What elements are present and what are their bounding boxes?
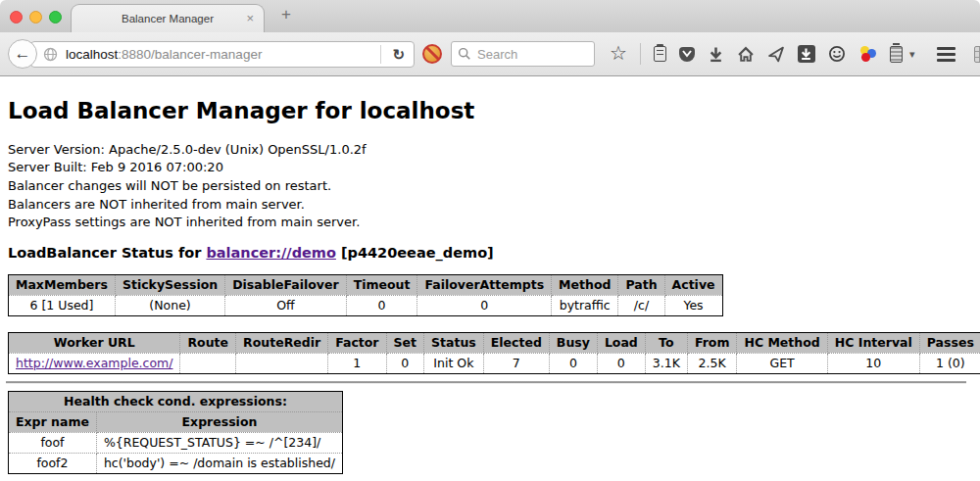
blocked-content-icon[interactable] xyxy=(422,44,442,64)
persist-warning-line: Balancer changes will NOT be persisted o… xyxy=(8,177,972,196)
reading-list-icon[interactable] xyxy=(654,46,666,62)
health-data-row: foof2 hc('body') =~ /domain is establish… xyxy=(9,453,343,473)
menu-icon[interactable] xyxy=(937,47,956,62)
table-cell: 0 xyxy=(386,353,423,373)
fullscreen-window-button[interactable] xyxy=(49,11,62,24)
column-header: Elected xyxy=(483,332,549,353)
tab-groups-icon[interactable] xyxy=(974,46,980,63)
browser-window: Balancer Manager × + ← localhost:8880/ba… xyxy=(0,0,980,481)
table-cell xyxy=(180,353,236,373)
health-header-row: Expr name Expression xyxy=(9,411,343,432)
send-plane-icon[interactable] xyxy=(767,46,785,63)
new-tab-button[interactable]: + xyxy=(274,5,298,24)
tab-balancer-manager[interactable]: Balancer Manager × xyxy=(71,4,265,32)
navigation-toolbar: ← localhost:8880/balancer-manager ↻ ☆ xyxy=(0,32,980,76)
column-header: Path xyxy=(618,274,664,295)
column-header: Expr name xyxy=(9,411,97,432)
downloads-icon[interactable] xyxy=(708,46,724,63)
table-cell: 0 xyxy=(346,295,417,315)
health-data-row: foof %{REQUEST_STATUS} =~ /^[234]/ xyxy=(9,432,343,453)
health-title-row: Health check cond. expressions: xyxy=(9,391,343,411)
column-header: MaxMembers xyxy=(9,274,116,295)
health-check-table: Health check cond. expressions: Expr nam… xyxy=(8,391,343,474)
dropdown-caret-icon[interactable]: ▾ xyxy=(909,48,915,61)
tab-bar: Balancer Manager × + xyxy=(0,0,980,32)
worker-header-row: Worker URL Route RouteRedir Factor Set S… xyxy=(9,332,980,353)
column-header: DisableFailover xyxy=(225,274,346,295)
expression-cell: %{REQUEST_STATUS} =~ /^[234]/ xyxy=(96,432,342,453)
column-header: Factor xyxy=(328,332,386,353)
tab-close-icon[interactable]: × xyxy=(246,11,254,25)
table-cell: (None) xyxy=(115,295,224,315)
home-icon[interactable] xyxy=(737,46,755,63)
url-bar[interactable]: localhost:8880/balancer-manager ↻ xyxy=(30,41,415,68)
table-cell: 10 xyxy=(827,353,919,373)
column-header: Timeout xyxy=(346,274,417,295)
back-arrow-icon: ← xyxy=(15,45,31,62)
column-header: Load xyxy=(597,332,645,353)
loadbalancer-status-heading: LoadBalancer Status for balancer://demo … xyxy=(8,245,972,261)
proxypass-inherit-line: ProxyPass settings are NOT inherited fro… xyxy=(8,214,972,232)
table-cell: Yes xyxy=(664,295,722,315)
worker-data-row: http://www.example.com/ 1 0 Init Ok 7 0 … xyxy=(9,353,980,373)
table-cell: 0 xyxy=(597,353,645,373)
globe-icon xyxy=(43,47,58,62)
url-text: localhost:8880/balancer-manager xyxy=(66,47,374,62)
column-header: Expression xyxy=(96,411,342,432)
status-heading-suffix: [p4420eeae_demo] xyxy=(341,245,494,261)
table-cell: Off xyxy=(225,295,346,315)
column-header: HC Interval xyxy=(827,332,919,353)
page-title: Load Balancer Manager for localhost xyxy=(8,76,972,125)
table-cell: 1 xyxy=(328,353,386,373)
bookmark-star-icon[interactable]: ☆ xyxy=(610,43,627,63)
column-header: Active xyxy=(664,274,722,295)
pocket-icon[interactable] xyxy=(679,47,695,62)
balancers-inherit-line: Balancers are NOT inherited from main se… xyxy=(8,196,972,215)
status-heading-prefix: LoadBalancer Status for xyxy=(8,245,201,261)
worker-status-table: Worker URL Route RouteRedir Factor Set S… xyxy=(8,332,980,374)
worker-url-cell: http://www.example.com/ xyxy=(9,353,180,373)
table-cell: Init Ok xyxy=(424,353,484,373)
balancer-header-row: MaxMembers StickySession DisableFailover… xyxy=(9,274,723,295)
tab-title: Balancer Manager xyxy=(122,13,214,24)
expr-name-cell: foof2 xyxy=(9,453,97,473)
table-cell: 3.1K xyxy=(645,353,687,373)
column-header: Route xyxy=(180,332,236,353)
column-header: Method xyxy=(552,274,618,295)
column-header: From xyxy=(687,332,737,353)
battery-extension-icon[interactable] xyxy=(890,46,903,63)
table-cell: 0 xyxy=(417,295,552,315)
column-header: Status xyxy=(424,332,484,353)
column-header: StickySession xyxy=(115,274,224,295)
balancer-demo-link[interactable]: balancer://demo xyxy=(206,245,336,261)
server-info: Server Version: Apache/2.5.0-dev (Unix) … xyxy=(8,141,972,232)
expression-cell: hc('body') =~ /domain is established/ xyxy=(96,453,342,473)
search-icon xyxy=(458,47,471,61)
video-download-icon[interactable] xyxy=(798,45,815,63)
search-input[interactable] xyxy=(477,47,575,62)
column-header: To xyxy=(645,332,687,353)
back-button[interactable]: ← xyxy=(8,39,37,69)
table-cell: 0 xyxy=(549,353,597,373)
colored-dots-extension-icon[interactable] xyxy=(858,45,877,63)
worker-url-link[interactable]: http://www.example.com/ xyxy=(16,356,172,370)
horizontal-rule xyxy=(6,381,966,384)
search-bar[interactable] xyxy=(451,41,595,67)
toolbar-icons: ☆ ▾ xyxy=(610,43,980,65)
minimize-window-button[interactable] xyxy=(29,11,42,24)
table-cell: bytraffic xyxy=(552,295,618,315)
table-cell: GET xyxy=(737,353,827,373)
feedback-smiley-icon[interactable] xyxy=(828,45,846,63)
column-header: Passes xyxy=(919,332,980,353)
expr-name-cell: foof xyxy=(9,432,97,453)
table-cell: 7 xyxy=(483,353,549,373)
close-window-button[interactable] xyxy=(10,11,23,24)
page-content: Load Balancer Manager for localhost Serv… xyxy=(0,76,980,481)
health-table-title: Health check cond. expressions: xyxy=(9,391,343,411)
balancer-settings-table: MaxMembers StickySession DisableFailover… xyxy=(8,274,723,316)
server-version-line: Server Version: Apache/2.5.0-dev (Unix) … xyxy=(8,141,972,160)
column-header: Set xyxy=(386,332,423,353)
balancer-data-row: 6 [1 Used] (None) Off 0 0 bytraffic /c/ … xyxy=(9,295,723,315)
toolbar-divider xyxy=(640,43,641,65)
reload-button[interactable]: ↻ xyxy=(387,47,410,62)
